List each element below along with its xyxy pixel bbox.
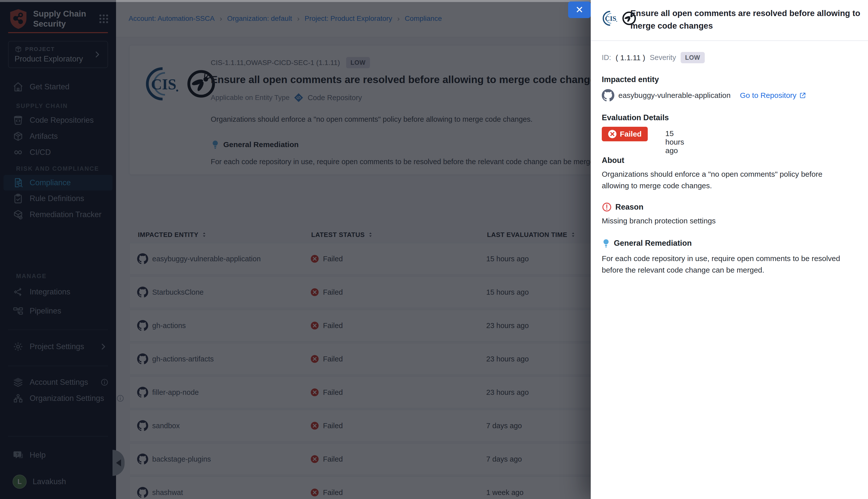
external-link-icon [799, 92, 807, 99]
go-to-repository-link[interactable]: Go to Repository [740, 91, 807, 100]
reason-text: Missing branch protection settings [602, 217, 716, 225]
reason-heading-row: Reason [602, 202, 643, 212]
about-heading: About [602, 156, 624, 165]
general-remediation-heading: General Remediation [614, 239, 692, 248]
evaluation-time: 15 hours ago [665, 129, 684, 155]
id-label: ID: [602, 53, 611, 62]
entity-name: easybuggy-vulnerable-application [618, 91, 731, 100]
rule-id-row: ID: ( 1.1.11 ) Severity LOW [602, 52, 705, 63]
close-panel-button[interactable]: ✕ [568, 1, 591, 18]
alert-circle-icon [602, 202, 612, 212]
id-value: ( 1.1.11 ) [616, 53, 645, 62]
severity-badge: LOW [680, 52, 705, 63]
evaluation-details-heading: Evaluation Details [602, 113, 669, 122]
about-text: Organizations should enforce a "no open … [602, 168, 843, 192]
reason-heading: Reason [615, 203, 643, 211]
general-remediation-text: For each code repository in use, require… [602, 253, 845, 276]
severity-label: Severity [650, 53, 676, 62]
impacted-entity-row: easybuggy-vulnerable-application Go to R… [602, 89, 854, 102]
panel-header: Ensure all open comments are resolved be… [591, 0, 868, 41]
general-remediation-heading-row: General Remediation [602, 238, 692, 248]
rule-detail-panel: Ensure all open comments are resolved be… [591, 0, 868, 499]
evaluation-status-row: Failed 15 hours ago [602, 127, 648, 141]
app-root: Supply Chain Security PROJECT Product Ex… [0, 0, 868, 499]
go-to-repository-label: Go to Repository [740, 91, 796, 100]
status-label: Failed [620, 130, 642, 138]
lightbulb-icon [602, 238, 610, 248]
impacted-entity-heading: Impacted entity [602, 75, 659, 84]
cis-logo-icon [600, 10, 618, 27]
github-icon [602, 89, 614, 102]
failed-x-icon [608, 130, 617, 138]
failed-status-badge: Failed [602, 127, 648, 141]
panel-title: Ensure all open comments are resolved be… [630, 7, 864, 32]
